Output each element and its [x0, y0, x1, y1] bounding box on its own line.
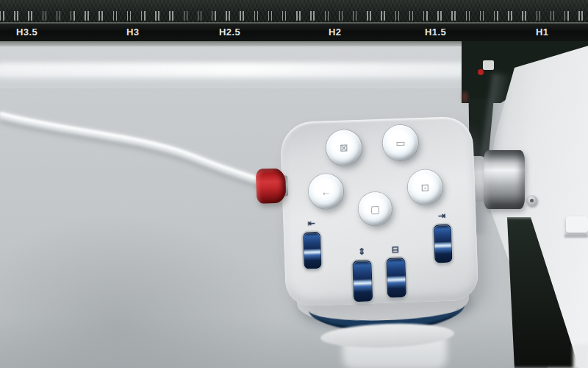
- toggle-right-icon: ⇥: [426, 210, 458, 222]
- button-flat-rect[interactable]: ▭: [382, 124, 419, 161]
- emergency-stop-button[interactable]: [256, 168, 287, 203]
- toggle-outer-left[interactable]: [303, 232, 322, 269]
- cross-box-icon: ⊠: [340, 141, 348, 153]
- panel-tab: [566, 216, 588, 233]
- dot-box-icon: ⊡: [420, 181, 429, 193]
- control-pendant: ⊠ ▭ ← ▢ ⊡ ⇤ ⇥ ⇕ ⊟: [280, 116, 479, 307]
- button-arrow-left[interactable]: ←: [308, 174, 344, 210]
- machine-red-smudge: [462, 91, 468, 103]
- chrome-mount-cylinder: [484, 150, 525, 209]
- rail-label-h2: H2: [329, 26, 341, 38]
- rail-label-h1-5: H1.5: [425, 26, 446, 38]
- flat-rect-icon: ▭: [395, 137, 406, 149]
- toggle-center-right[interactable]: [386, 258, 406, 298]
- frame-icon: ▢: [370, 202, 380, 214]
- table-edge-shadow: [0, 77, 488, 85]
- rail-label-h1: H1: [536, 26, 548, 38]
- panel-screw-center: [530, 199, 534, 202]
- rail-label-h2-5: H2.5: [219, 26, 240, 38]
- machine-label: [483, 60, 494, 70]
- measuring-rail: H3.5 H3 H2.5 H2 H1.5 H1: [0, 0, 588, 41]
- toggle-center-left-icon: ⇕: [345, 246, 378, 258]
- rail-label-h3: H3: [126, 26, 139, 38]
- rail-label-h3-5: H3.5: [16, 26, 37, 38]
- rail-tick-marks: [0, 11, 588, 21]
- clear-tube: [0, 87, 294, 205]
- toggle-center-right-icon: ⊟: [379, 244, 412, 256]
- arrow-left-icon: ←: [320, 185, 331, 197]
- toggle-center-left[interactable]: [352, 260, 373, 302]
- button-dot-box[interactable]: ⊡: [407, 169, 443, 205]
- machine-red-marking: [478, 69, 484, 75]
- button-cross-box[interactable]: ⊠: [326, 130, 362, 166]
- photo-stage: H3.5 H3 H2.5 H2 H1.5 H1 ⊠ ▭ ← ▢: [0, 0, 588, 368]
- panel-tab-shadow: [564, 234, 588, 238]
- panel-corner-sliver: [573, 344, 588, 368]
- toggle-left-icon: ⇤: [295, 217, 327, 229]
- toggle-outer-right[interactable]: [434, 224, 453, 263]
- rail-label-band: [0, 24, 588, 41]
- button-frame[interactable]: ▢: [358, 191, 392, 226]
